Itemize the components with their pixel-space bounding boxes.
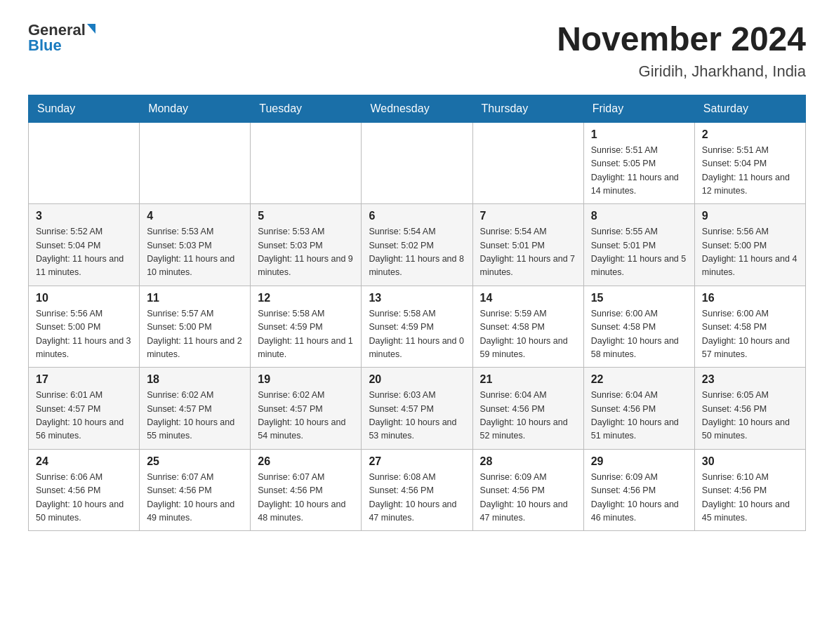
day-number: 18 [147, 373, 243, 386]
calendar-cell: 21Sunrise: 6:04 AMSunset: 4:56 PMDayligh… [472, 368, 583, 450]
calendar-cell [472, 122, 583, 204]
day-info: Sunrise: 6:07 AMSunset: 4:56 PMDaylight:… [147, 471, 243, 525]
day-number: 30 [702, 455, 798, 468]
logo-blue-text: Blue [28, 36, 62, 55]
page-subtitle: Giridih, Jharkhand, India [557, 62, 806, 81]
day-number: 27 [369, 455, 465, 468]
day-info: Sunrise: 6:10 AMSunset: 4:56 PMDaylight:… [702, 471, 798, 525]
day-info: Sunrise: 5:55 AMSunset: 5:01 PMDaylight:… [591, 225, 687, 280]
calendar-cell [362, 122, 472, 204]
day-number: 20 [369, 373, 465, 386]
calendar-cell: 19Sunrise: 6:02 AMSunset: 4:57 PMDayligh… [251, 368, 362, 450]
calendar-cell: 13Sunrise: 5:58 AMSunset: 4:59 PMDayligh… [362, 286, 472, 368]
day-info: Sunrise: 6:08 AMSunset: 4:56 PMDaylight:… [369, 471, 465, 525]
day-number: 23 [702, 373, 798, 386]
calendar-cell: 18Sunrise: 6:02 AMSunset: 4:57 PMDayligh… [140, 368, 251, 450]
day-number: 28 [480, 455, 576, 468]
day-number: 13 [369, 292, 465, 304]
day-info: Sunrise: 6:09 AMSunset: 4:56 PMDaylight:… [591, 471, 687, 525]
day-number: 14 [480, 292, 576, 304]
day-info: Sunrise: 5:54 AMSunset: 5:02 PMDaylight:… [369, 225, 465, 280]
day-number: 29 [591, 455, 687, 468]
calendar-cell: 12Sunrise: 5:58 AMSunset: 4:59 PMDayligh… [251, 286, 362, 368]
day-info: Sunrise: 6:02 AMSunset: 4:57 PMDaylight:… [147, 389, 243, 443]
title-block: November 2024 Giridih, Jharkhand, India [557, 21, 806, 81]
calendar-cell: 27Sunrise: 6:08 AMSunset: 4:56 PMDayligh… [362, 449, 472, 531]
calendar-week-3: 10Sunrise: 5:56 AMSunset: 5:00 PMDayligh… [29, 286, 806, 368]
day-info: Sunrise: 5:58 AMSunset: 4:59 PMDaylight:… [369, 307, 465, 362]
calendar-cell: 9Sunrise: 5:56 AMSunset: 5:00 PMDaylight… [694, 204, 805, 286]
calendar-cell: 11Sunrise: 5:57 AMSunset: 5:00 PMDayligh… [140, 286, 251, 368]
calendar-week-4: 17Sunrise: 6:01 AMSunset: 4:57 PMDayligh… [29, 368, 806, 450]
calendar-cell: 22Sunrise: 6:04 AMSunset: 4:56 PMDayligh… [583, 368, 694, 450]
day-info: Sunrise: 5:58 AMSunset: 4:59 PMDaylight:… [258, 307, 354, 362]
day-number: 4 [147, 210, 243, 222]
calendar-cell: 2Sunrise: 5:51 AMSunset: 5:04 PMDaylight… [694, 122, 805, 204]
calendar-cell: 28Sunrise: 6:09 AMSunset: 4:56 PMDayligh… [472, 449, 583, 531]
day-info: Sunrise: 6:02 AMSunset: 4:57 PMDaylight:… [258, 389, 354, 443]
calendar-cell: 20Sunrise: 6:03 AMSunset: 4:57 PMDayligh… [362, 368, 472, 450]
calendar-table: SundayMondayTuesdayWednesdayThursdayFrid… [28, 95, 806, 532]
calendar-cell: 15Sunrise: 6:00 AMSunset: 4:58 PMDayligh… [583, 286, 694, 368]
col-header-friday: Friday [583, 95, 694, 122]
day-number: 17 [36, 373, 132, 386]
calendar-cell: 25Sunrise: 6:07 AMSunset: 4:56 PMDayligh… [140, 449, 251, 531]
calendar-cell: 23Sunrise: 6:05 AMSunset: 4:56 PMDayligh… [694, 368, 805, 450]
day-number: 12 [258, 292, 354, 304]
col-header-tuesday: Tuesday [251, 95, 362, 122]
day-number: 6 [369, 210, 465, 222]
calendar-cell: 17Sunrise: 6:01 AMSunset: 4:57 PMDayligh… [29, 368, 140, 450]
day-info: Sunrise: 5:51 AMSunset: 5:05 PMDaylight:… [591, 144, 687, 199]
calendar-cell: 8Sunrise: 5:55 AMSunset: 5:01 PMDaylight… [583, 204, 694, 286]
day-info: Sunrise: 5:52 AMSunset: 5:04 PMDaylight:… [36, 225, 132, 280]
day-number: 24 [36, 455, 132, 468]
col-header-saturday: Saturday [694, 95, 805, 122]
day-number: 8 [591, 210, 687, 222]
day-info: Sunrise: 5:56 AMSunset: 5:00 PMDaylight:… [36, 307, 132, 362]
day-info: Sunrise: 6:01 AMSunset: 4:57 PMDaylight:… [36, 389, 132, 443]
day-number: 7 [480, 210, 576, 222]
calendar-cell: 6Sunrise: 5:54 AMSunset: 5:02 PMDaylight… [362, 204, 472, 286]
day-number: 10 [36, 292, 132, 304]
calendar-cell: 10Sunrise: 5:56 AMSunset: 5:00 PMDayligh… [29, 286, 140, 368]
day-info: Sunrise: 5:59 AMSunset: 4:58 PMDaylight:… [480, 307, 576, 362]
day-info: Sunrise: 5:53 AMSunset: 5:03 PMDaylight:… [258, 225, 354, 280]
calendar-cell: 14Sunrise: 5:59 AMSunset: 4:58 PMDayligh… [472, 286, 583, 368]
day-info: Sunrise: 6:00 AMSunset: 4:58 PMDaylight:… [702, 307, 798, 362]
day-number: 16 [702, 292, 798, 304]
day-number: 1 [591, 128, 687, 141]
day-number: 25 [147, 455, 243, 468]
calendar-cell: 26Sunrise: 6:07 AMSunset: 4:56 PMDayligh… [251, 449, 362, 531]
calendar-week-1: 1Sunrise: 5:51 AMSunset: 5:05 PMDaylight… [29, 122, 806, 204]
day-info: Sunrise: 6:04 AMSunset: 4:56 PMDaylight:… [591, 389, 687, 443]
day-info: Sunrise: 6:05 AMSunset: 4:56 PMDaylight:… [702, 389, 798, 443]
col-header-thursday: Thursday [472, 95, 583, 122]
day-info: Sunrise: 6:03 AMSunset: 4:57 PMDaylight:… [369, 389, 465, 443]
day-number: 15 [591, 292, 687, 304]
calendar-cell: 1Sunrise: 5:51 AMSunset: 5:05 PMDaylight… [583, 122, 694, 204]
calendar-cell: 7Sunrise: 5:54 AMSunset: 5:01 PMDaylight… [472, 204, 583, 286]
day-number: 22 [591, 373, 687, 386]
day-info: Sunrise: 6:07 AMSunset: 4:56 PMDaylight:… [258, 471, 354, 525]
page-header: General Blue November 2024 Giridih, Jhar… [28, 21, 806, 81]
day-info: Sunrise: 5:56 AMSunset: 5:00 PMDaylight:… [702, 225, 798, 280]
calendar-cell: 30Sunrise: 6:10 AMSunset: 4:56 PMDayligh… [694, 449, 805, 531]
calendar-cell [251, 122, 362, 204]
calendar-cell: 4Sunrise: 5:53 AMSunset: 5:03 PMDaylight… [140, 204, 251, 286]
day-number: 3 [36, 210, 132, 222]
day-info: Sunrise: 6:06 AMSunset: 4:56 PMDaylight:… [36, 471, 132, 525]
day-info: Sunrise: 5:53 AMSunset: 5:03 PMDaylight:… [147, 225, 243, 280]
day-number: 19 [258, 373, 354, 386]
calendar-week-5: 24Sunrise: 6:06 AMSunset: 4:56 PMDayligh… [29, 449, 806, 531]
calendar-week-2: 3Sunrise: 5:52 AMSunset: 5:04 PMDaylight… [29, 204, 806, 286]
day-info: Sunrise: 6:09 AMSunset: 4:56 PMDaylight:… [480, 471, 576, 525]
logo: General Blue [28, 21, 95, 55]
calendar-cell [29, 122, 140, 204]
col-header-wednesday: Wednesday [362, 95, 472, 122]
calendar-cell: 3Sunrise: 5:52 AMSunset: 5:04 PMDaylight… [29, 204, 140, 286]
calendar-cell: 5Sunrise: 5:53 AMSunset: 5:03 PMDaylight… [251, 204, 362, 286]
day-info: Sunrise: 6:00 AMSunset: 4:58 PMDaylight:… [591, 307, 687, 362]
col-header-sunday: Sunday [29, 95, 140, 122]
calendar-cell: 29Sunrise: 6:09 AMSunset: 4:56 PMDayligh… [583, 449, 694, 531]
page-title: November 2024 [557, 21, 806, 58]
